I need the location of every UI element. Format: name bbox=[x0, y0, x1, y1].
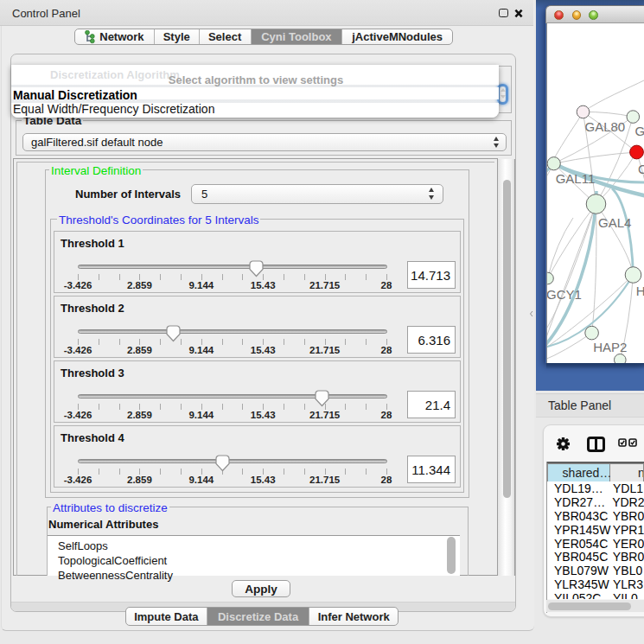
svg-text:GA: GA bbox=[635, 124, 644, 138]
svg-text:GCY1: GCY1 bbox=[547, 287, 582, 302]
svg-text:HAP2: HAP2 bbox=[593, 340, 627, 354]
svg-text:GAL11: GAL11 bbox=[556, 171, 596, 186]
svg-text:H: H bbox=[636, 284, 644, 298]
svg-text:GAL4: GAL4 bbox=[598, 215, 631, 230]
svg-text:GAL80: GAL80 bbox=[585, 119, 626, 134]
svg-text:C: C bbox=[638, 162, 644, 176]
